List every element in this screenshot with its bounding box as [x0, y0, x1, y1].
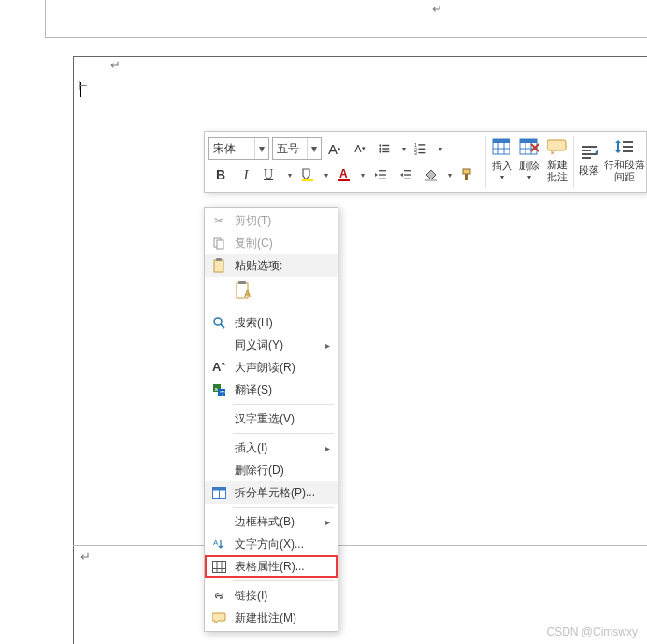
context-menu: ✂ 剪切(T) 复制(C) 粘贴选项: A 搜索(H) 同义词(Y) ▸ A» … [204, 207, 338, 632]
svg-rect-20 [404, 179, 411, 179]
chevron-down-icon[interactable]: ▾ [288, 171, 292, 179]
delete-table-icon [519, 138, 539, 157]
shrink-font-button[interactable]: A▾ [348, 136, 372, 161]
bold-button[interactable]: B [208, 163, 233, 187]
increase-indent-button[interactable] [394, 163, 418, 187]
line-spacing-button[interactable]: 行和段落 间距 [603, 132, 646, 186]
svg-text:字: 字 [219, 389, 224, 395]
highlight-icon [300, 167, 315, 182]
chevron-down-icon[interactable]: ▾ [324, 171, 328, 179]
menu-synonyms[interactable]: 同义词(Y) ▸ [205, 334, 338, 356]
svg-point-2 [379, 148, 381, 150]
menu-border-styles[interactable]: 边框样式(B) ▸ [205, 510, 338, 533]
translate-icon: a字 [208, 383, 229, 397]
delete-button[interactable]: 删除 ▾ [516, 132, 544, 186]
menu-table-properties[interactable]: 表格属性(R)... [205, 555, 338, 578]
menu-insert[interactable]: 插入(I) ▸ [205, 436, 338, 459]
chevron-down-icon[interactable]: ▾ [254, 138, 268, 159]
svg-rect-25 [493, 139, 510, 143]
text-direction-icon: A [208, 537, 229, 551]
svg-rect-14 [338, 179, 350, 181]
new-comment-button[interactable]: 新建 批注 [543, 132, 571, 186]
underline-button[interactable]: U▾ [259, 163, 295, 187]
comment-icon [547, 137, 568, 156]
menu-paste-option[interactable]: A [205, 277, 338, 305]
format-painter-button[interactable] [455, 163, 480, 187]
svg-text:A: A [339, 167, 348, 180]
indent-icon [398, 167, 413, 182]
menu-split-cells[interactable]: 拆分单元格(P)... [205, 481, 338, 504]
svg-rect-36 [582, 146, 597, 148]
bullets-button[interactable]: ▾ [373, 136, 409, 161]
mini-toolbar: 宋体 ▾ 五号 ▾ A▴ A▾ ▾ 123 ▾ B I U▾ [204, 131, 647, 193]
insert-button[interactable]: 插入 ▾ [488, 132, 516, 186]
svg-rect-45 [214, 260, 223, 272]
menu-copy[interactable]: 复制(C) [205, 232, 338, 254]
svg-rect-21 [425, 179, 437, 181]
paste-keep-formatting-icon: A [235, 280, 255, 301]
paragraph-button[interactable]: 段落 [576, 132, 604, 186]
comment-icon [208, 611, 229, 624]
svg-rect-17 [379, 179, 386, 179]
outdent-icon [373, 167, 388, 182]
shading-icon [424, 167, 439, 182]
search-icon [208, 316, 229, 330]
svg-rect-39 [582, 157, 591, 159]
svg-rect-12 [302, 179, 313, 181]
font-size-value: 五号 [273, 141, 307, 157]
menu-cut[interactable]: ✂ 剪切(T) [205, 209, 338, 232]
font-name-combo[interactable]: 宋体 ▾ [208, 137, 269, 160]
svg-point-4 [379, 150, 381, 152]
svg-text:3: 3 [414, 150, 417, 155]
chevron-down-icon[interactable]: ▾ [448, 171, 452, 179]
shading-button[interactable]: ▾ [419, 163, 454, 187]
chevron-down-icon[interactable]: ▾ [439, 145, 442, 153]
copy-icon [208, 236, 229, 250]
chevron-down-icon[interactable]: ▾ [402, 145, 406, 153]
chevron-down-icon: ▾ [527, 173, 531, 181]
menu-search[interactable]: 搜索(H) [205, 311, 338, 334]
menu-link[interactable]: 链接(I) [205, 584, 338, 607]
svg-rect-11 [418, 152, 425, 153]
font-size-combo[interactable]: 五号 ▾ [272, 137, 322, 160]
scissors-icon: ✂ [208, 214, 229, 227]
svg-rect-15 [379, 170, 386, 171]
menu-translate[interactable]: a字 翻译(S) [205, 379, 338, 401]
svg-rect-3 [382, 148, 389, 149]
font-color-icon: A [337, 167, 352, 182]
svg-rect-42 [623, 150, 633, 152]
svg-text:A: A [244, 289, 251, 299]
numbering-button[interactable]: 123 ▾ [410, 136, 445, 161]
grow-font-button[interactable]: A▴ [323, 136, 347, 161]
chevron-down-icon[interactable]: ▾ [307, 138, 321, 159]
insert-table-icon [492, 138, 512, 157]
format-painter-icon [460, 167, 475, 182]
menu-chinese-reselect[interactable]: 汉字重选(V) [205, 408, 338, 430]
paragraph-mark: ↵ [432, 2, 442, 16]
menu-new-comment[interactable]: 新建批注(M) [205, 607, 338, 629]
submenu-arrow-icon: ▸ [325, 443, 330, 453]
svg-rect-46 [216, 258, 222, 261]
menu-delete-row[interactable]: 删除行(D) [205, 459, 338, 481]
svg-rect-22 [463, 169, 470, 174]
font-color-button[interactable]: A ▾ [332, 163, 367, 187]
link-icon [208, 589, 229, 603]
menu-text-direction[interactable]: A 文字方向(X)... [205, 533, 338, 555]
svg-rect-48 [238, 281, 246, 284]
watermark: CSDN @Cimswxy [546, 625, 638, 638]
decrease-indent-button[interactable] [368, 163, 393, 187]
paragraph-icon [579, 143, 599, 162]
italic-button[interactable]: I [234, 163, 258, 187]
chevron-down-icon[interactable]: ▾ [361, 171, 365, 179]
svg-rect-5 [382, 151, 389, 152]
read-aloud-icon: A» [208, 360, 229, 374]
submenu-arrow-icon: ▸ [325, 517, 330, 527]
svg-rect-16 [379, 174, 386, 175]
font-name-value: 宋体 [209, 141, 254, 157]
highlight-button[interactable]: ▾ [295, 163, 331, 187]
svg-rect-30 [520, 139, 537, 143]
svg-rect-41 [623, 146, 633, 148]
bullets-icon [378, 142, 391, 155]
svg-rect-23 [465, 174, 468, 180]
menu-read-aloud[interactable]: A» 大声朗读(R) [205, 356, 338, 379]
